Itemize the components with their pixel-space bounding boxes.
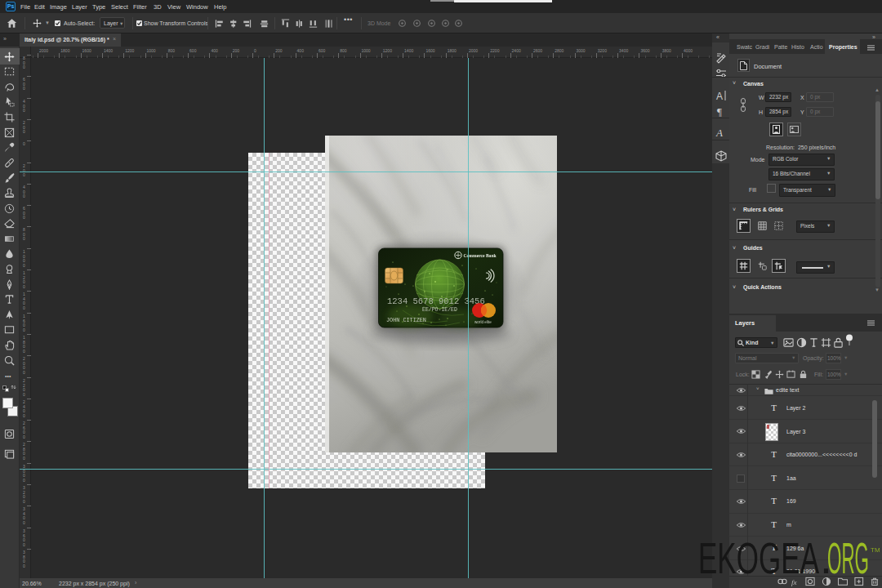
svg-text:TM: TM xyxy=(871,546,880,554)
svg-text:world elite: world elite xyxy=(474,320,492,324)
svg-text:1234 5678 9012 3456: 1234 5678 9012 3456 xyxy=(387,296,485,306)
svg-text:A: A xyxy=(716,91,723,101)
svg-text:¶: ¶ xyxy=(717,105,722,117)
svg-text:A: A xyxy=(715,127,723,138)
svg-text:ORG: ORG xyxy=(827,537,869,580)
svg-text:JOHN CITIZEN: JOHN CITIZEN xyxy=(386,317,426,323)
svg-text:EKOGEA: EKOGEA xyxy=(698,537,819,580)
svg-text:EE/PO-IE/ED: EE/PO-IE/ED xyxy=(422,307,457,313)
